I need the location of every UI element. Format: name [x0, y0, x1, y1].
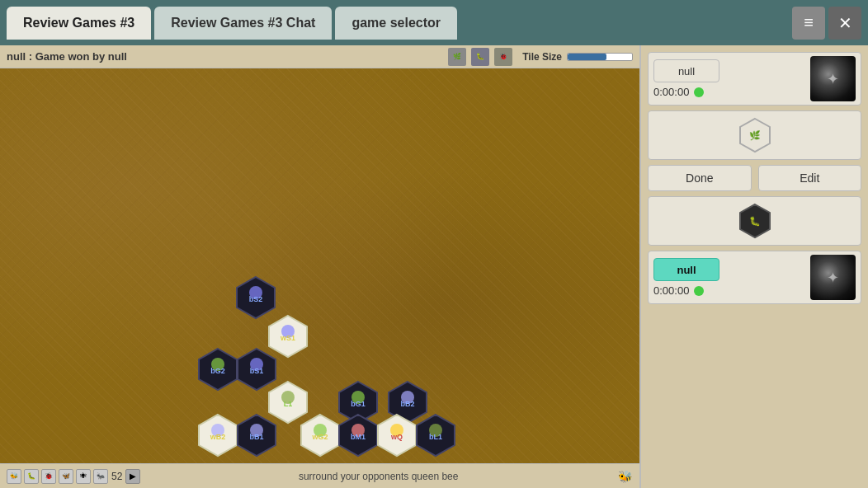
game-board[interactable]: bS2wS1bG2bS1L1bG1bB2wB2bB1wG2bM1wQbL1wM1… — [0, 68, 639, 463]
svg-text:bM1: bM1 — [351, 433, 366, 441]
svg-text:wB2: wB2 — [210, 433, 226, 441]
player1-name-btn[interactable]: null — [653, 59, 719, 82]
topbar: Review Games #3 Review Games #3 Chat gam… — [0, 0, 868, 45]
move-count: 52 — [111, 471, 122, 482]
bee-icon: 🐝 — [616, 468, 633, 485]
svg-text:bG1: bG1 — [351, 400, 366, 408]
status-icon-3: 🐞 — [494, 48, 512, 66]
tab-review-games-chat[interactable]: Review Games #3 Chat — [154, 7, 332, 40]
player1-avatar-galaxy — [810, 56, 856, 101]
svg-text:🌿: 🌿 — [749, 129, 761, 141]
bottom-icons: 🐝 🐛 🐞 🦋 🕷 🐜 — [7, 469, 108, 484]
dark-piece-panel: 🐛 — [648, 196, 861, 246]
player2-avatar-galaxy — [810, 255, 856, 300]
piece-icon-3: 🐞 — [41, 469, 56, 484]
svg-text:wQ: wQ — [390, 433, 403, 441]
svg-text:bG2: bG2 — [210, 367, 225, 375]
tab-review-games[interactable]: Review Games #3 — [7, 7, 151, 40]
piece-icon-4: 🦋 — [59, 469, 73, 484]
white-hex-piece: 🌿 — [737, 117, 773, 153]
piece-icon-5: 🕷 — [76, 469, 91, 484]
right-panel: null 0:00:00 🌿 Done Edit — [639, 45, 868, 488]
tile-size-bar — [568, 54, 606, 60]
action-buttons: Done Edit — [648, 165, 861, 191]
edit-button[interactable]: Edit — [758, 165, 862, 191]
piece-wM1[interactable]: wM1 — [220, 462, 267, 463]
bottom-bar: 🐝 🐛 🐞 🦋 🕷 🐜 52 ▶ surround your opponents… — [0, 463, 639, 488]
main-layout: null : Game won by null 🌿 🐛 🐞 Tile Size … — [0, 45, 868, 488]
player1-row: null 0:00:00 — [648, 52, 861, 106]
piece-bA1[interactable]: bA1 — [346, 462, 392, 463]
status-icon-2: 🐛 — [471, 48, 489, 66]
svg-text:bS1: bS1 — [250, 367, 264, 375]
status-bar: null : Game won by null 🌿 🐛 🐞 Tile Size — [0, 45, 639, 68]
tab-game-selector[interactable]: game selector — [335, 7, 457, 40]
player2-row: null 0:00:00 — [648, 251, 861, 304]
player1-time: 0:00:00 — [653, 86, 689, 98]
hint-text: surround your opponents queen bee — [144, 471, 613, 482]
player1-avatar — [810, 56, 856, 101]
forward-arrow[interactable]: ▶ — [125, 469, 140, 484]
white-piece-panel: 🌿 — [648, 110, 861, 160]
tile-size-bar-container[interactable] — [567, 53, 633, 61]
piece-icon-2: 🐛 — [24, 469, 39, 484]
svg-text:🐛: 🐛 — [749, 215, 761, 227]
svg-text:wG2: wG2 — [311, 433, 328, 441]
piece-icon-6: 🐜 — [93, 469, 108, 484]
player2-status-dot — [694, 286, 704, 296]
piece-bA2[interactable]: bA2 — [399, 462, 445, 463]
dark-hex-piece: 🐛 — [737, 203, 773, 239]
close-button[interactable]: ✕ — [828, 7, 861, 40]
svg-text:bB2: bB2 — [400, 400, 414, 408]
menu-button[interactable]: ≡ — [792, 7, 825, 40]
player2-time: 0:00:00 — [653, 284, 689, 297]
tile-size-label: Tile Size — [522, 51, 562, 63]
svg-text:bL1: bL1 — [429, 433, 442, 441]
svg-text:wS1: wS1 — [280, 334, 295, 342]
piece-icon-1: 🐝 — [7, 469, 21, 484]
player2-avatar — [810, 255, 856, 300]
status-message: null : Game won by null — [7, 50, 127, 63]
piece-bB1[interactable]: bB1 — [234, 412, 280, 458]
piece-wS2[interactable]: wS2 — [265, 462, 311, 463]
svg-text:L1: L1 — [284, 400, 293, 408]
status-icon-1: 🌿 — [448, 48, 466, 66]
game-area: null : Game won by null 🌿 🐛 🐞 Tile Size … — [0, 45, 639, 488]
piece-bL1[interactable]: bL1 — [413, 412, 459, 458]
svg-text:bB1: bB1 — [249, 433, 263, 441]
player2-name-btn[interactable]: null — [653, 258, 719, 281]
player1-status-dot — [694, 87, 704, 97]
done-button[interactable]: Done — [648, 165, 752, 191]
svg-text:bS2: bS2 — [249, 295, 263, 303]
